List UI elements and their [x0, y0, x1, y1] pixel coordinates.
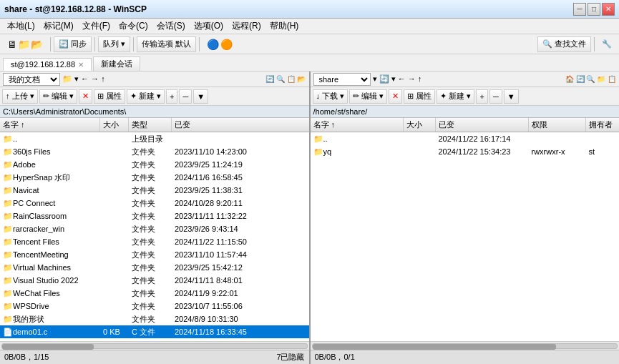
right-col-perms[interactable]: 权限 — [529, 118, 586, 132]
right-scroll-track[interactable] — [312, 343, 618, 349]
left-row-5[interactable]: 📁 RainClassroom 文件夹 2023/11/11 11:32:22 — [0, 210, 309, 222]
left-edit-button[interactable]: ✏ 编辑 ▾ — [39, 89, 77, 104]
right-col-owner[interactable]: 拥有者 — [586, 118, 620, 132]
tab-new-label: 新建会话 — [101, 59, 132, 69]
left-view-button[interactable]: ▼ — [193, 89, 208, 104]
right-status-text: 0B/0B，0/1 — [315, 353, 355, 361]
left-drive-selector[interactable]: 我的文档 — [3, 73, 60, 86]
left-row-2[interactable]: 📁 HyperSnap 水印 文件夹 2024/11/6 16:58:45 — [0, 171, 309, 184]
menu-session[interactable]: 会话(S) — [152, 19, 190, 34]
right-scrollbar[interactable] — [311, 341, 620, 350]
menu-remote[interactable]: 远程(R) — [228, 19, 265, 34]
right-row-up[interactable]: 📁 .. 2024/11/22 16:17:14 — [311, 132, 620, 145]
tab-session-label: st@192.168.12.88 — [11, 60, 75, 69]
minimize-button[interactable]: ─ — [573, 3, 586, 16]
maximize-button[interactable]: □ — [588, 3, 600, 16]
right-path-text: /home/st/share/ — [313, 107, 368, 116]
right-minus-button[interactable]: ─ — [489, 89, 502, 104]
right-status: 0B/0B，0/1 — [311, 350, 620, 364]
left-row-7[interactable]: 📁 Tencent Files 文件夹 2024/11/22 11:15:50 — [0, 235, 309, 248]
left-nav-icons: 🔄 🔍 📋 📂 — [265, 75, 306, 83]
window-title: share - st@192.168.12.88 - WinSCP — [4, 4, 147, 14]
menu-help[interactable]: 帮助(H) — [265, 19, 303, 34]
left-row-14[interactable]: 📄 demo01.c 0 KB C 文件 2024/11/18 16:33:45 — [0, 325, 309, 338]
left-delete-button[interactable]: ✕ — [79, 89, 92, 104]
menu-command[interactable]: 命令(C) — [114, 19, 152, 34]
window-controls: ─ □ ✕ — [573, 3, 615, 16]
left-row-0[interactable]: 📁 360js Files 文件夹 2023/11/10 14:23:00 — [0, 145, 309, 158]
left-panel: 我的文档 📁 ▾ ← → ↑ 🔄 🔍 📋 📂 ↑ 上传 ▾ ✏ 编辑 ▾ ✕ ⊞… — [0, 72, 311, 364]
left-row-12[interactable]: 📁 WPSDrive 文件夹 2023/10/7 11:55:06 — [0, 300, 309, 313]
right-edit-button[interactable]: ✏ 编辑 ▾ — [349, 89, 387, 104]
left-path-text: C:\Users\Administrator\Documents\ — [3, 107, 126, 116]
left-column-headers: 名字 ↑ 大小 类型 已变 — [0, 118, 309, 132]
right-drive-selector[interactable]: share — [313, 73, 371, 86]
toolbar-icon-area: 🖥 📁 📂 — [3, 36, 47, 52]
left-upload-button[interactable]: ↑ 上传 ▾ — [2, 89, 38, 104]
left-col-type[interactable]: 类型 — [129, 118, 172, 132]
left-status-text: 0B/0B，1/15 — [4, 352, 49, 363]
right-delete-button[interactable]: ✕ — [389, 89, 402, 104]
left-scroll-thumb[interactable] — [2, 344, 94, 350]
right-column-headers: 名字 ↑ 大小 已变 权限 拥有者 — [311, 118, 620, 132]
left-col-name[interactable]: 名字 ↑ — [0, 118, 100, 132]
left-row-3[interactable]: 📁 Navicat 文件夹 2023/9/25 11:38:31 — [0, 184, 309, 197]
left-row-13[interactable]: 📁 我的形状 文件夹 2024/8/9 10:31:30 — [0, 313, 309, 325]
left-file-list[interactable]: 📁 .. 上级目录 📁 360js Files 文件夹 2023/11/10 1… — [0, 132, 309, 341]
sep5 — [594, 37, 595, 51]
right-path-display: /home/st/share/ — [311, 106, 620, 118]
tab-close-icon[interactable]: ✕ — [78, 61, 84, 69]
left-row-4[interactable]: 📁 PC Connect 文件夹 2024/10/28 9:20:11 — [0, 197, 309, 210]
right-download-button[interactable]: ↓ 下载 ▾ — [313, 89, 349, 104]
right-nav-icons: ▾ 🔄 ▾ ← → ↑ — [373, 74, 422, 84]
right-col-name[interactable]: 名字 ↑ — [311, 118, 404, 132]
left-new-button[interactable]: ✦ 新建 ▾ — [127, 89, 165, 104]
left-minus-button[interactable]: ─ — [179, 89, 192, 104]
sep3 — [133, 37, 134, 51]
tab-new-session[interactable]: 新建会话 — [93, 56, 140, 71]
right-row-yq[interactable]: 📁 yq 2024/11/22 15:34:23 rwxrwxr-x st — [311, 145, 620, 158]
left-row-9[interactable]: 📁 Virtual Machines 文件夹 2023/9/25 15:42:1… — [0, 261, 309, 274]
left-addr-icons: ▾ ← → ↑ — [74, 74, 105, 84]
left-status: 0B/0B，1/15 7已隐藏 — [0, 350, 309, 364]
left-props-button[interactable]: ⊞ 属性 — [94, 89, 125, 104]
right-props-button[interactable]: ⊞ 属性 — [404, 89, 435, 104]
toolbar-transfer-button[interactable]: 传输选项 默认 — [137, 36, 196, 52]
right-file-list[interactable]: 📁 .. 2024/11/22 16:17:14 📁 yq 2024/11/22… — [311, 132, 620, 341]
right-new-button[interactable]: ✦ 新建 ▾ — [437, 89, 474, 104]
left-plus-button[interactable]: + — [166, 89, 177, 104]
left-row-11[interactable]: 📁 WeChat Files 文件夹 2024/11/9 9:22:01 — [0, 287, 309, 300]
left-row-up[interactable]: 📁 .. 上级目录 — [0, 132, 309, 145]
toolbar-sync-button[interactable]: 🔄 同步 — [54, 36, 92, 52]
menu-local[interactable]: 本地(L) — [3, 19, 39, 34]
toolbar-queue-button[interactable]: 队列 ▾ — [98, 36, 130, 52]
title-bar: share - st@192.168.12.88 - WinSCP ─ □ ✕ — [0, 0, 619, 19]
menu-bookmark[interactable]: 标记(M) — [39, 19, 78, 34]
menu-options[interactable]: 选项(O) — [190, 19, 228, 34]
left-path-display: C:\Users\Administrator\Documents\ — [0, 106, 309, 118]
toolbar-extra-button[interactable]: 🔧 — [598, 36, 616, 52]
right-address-bar: share ▾ 🔄 ▾ ← → ↑ 🏠 🔄 🔍 📁 📋 — [311, 72, 620, 87]
right-view-button[interactable]: ▼ — [504, 89, 519, 104]
left-row-8[interactable]: 📁 TencentMeeting 文件夹 2023/11/10 11:57:44 — [0, 248, 309, 261]
toolbar-find-button[interactable]: 🔍 查找文件 — [537, 36, 591, 52]
right-extra-icons: 🏠 🔄 🔍 📁 📋 — [565, 75, 616, 83]
right-col-size[interactable]: 大小 — [404, 118, 436, 132]
left-drive-icon: 📁 — [62, 74, 72, 84]
left-toolbar: ↑ 上传 ▾ ✏ 编辑 ▾ ✕ ⊞ 属性 ✦ 新建 ▾ + ─ ▼ — [0, 87, 309, 106]
close-button[interactable]: ✕ — [602, 3, 615, 16]
left-scrollbar[interactable] — [0, 341, 309, 350]
left-hidden-text: 7已隐藏 — [276, 352, 304, 363]
left-scroll-track[interactable] — [1, 343, 308, 349]
left-row-10[interactable]: 📁 Visual Studio 2022 文件夹 2024/11/11 8:48… — [0, 274, 309, 287]
right-scroll-thumb[interactable] — [313, 344, 556, 350]
right-plus-button[interactable]: + — [476, 89, 487, 104]
left-col-size[interactable]: 大小 — [100, 118, 129, 132]
left-col-modified[interactable]: 已变 — [172, 118, 309, 132]
menu-bar: 本地(L) 标记(M) 文件(F) 命令(C) 会话(S) 选项(O) 远程(R… — [0, 19, 619, 34]
right-col-modified[interactable]: 已变 — [436, 118, 529, 132]
tab-session[interactable]: st@192.168.12.88 ✕ — [3, 58, 92, 71]
left-row-1[interactable]: 📁 Adobe 文件夹 2023/9/25 11:24:19 — [0, 158, 309, 171]
left-row-6[interactable]: 📁 rarcracker_win 文件夹 2023/9/26 9:43:14 — [0, 222, 309, 235]
menu-file[interactable]: 文件(F) — [78, 19, 114, 34]
